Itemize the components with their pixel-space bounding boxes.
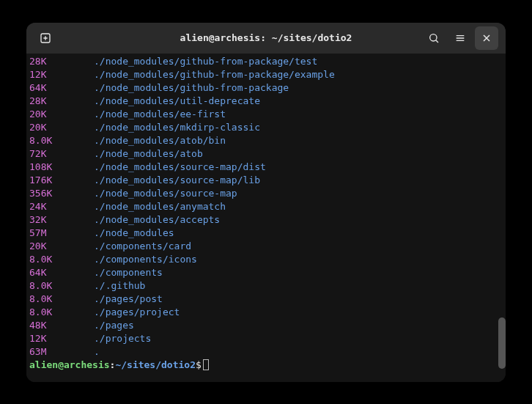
output-line: 8.0K./.github [29,279,503,293]
file-path: ./pages [94,320,134,331]
output-line: 20K./node_modules/mkdirp-classic [29,121,503,134]
file-size: 20K [29,121,94,134]
file-path: ./node_modules/mkdirp-classic [94,122,260,133]
prompt-dollar: $ [196,359,202,370]
output-line: 64K./node_modules/github-from-package [29,81,503,95]
scrollbar[interactable] [498,317,506,369]
output-line: 48K./pages [29,319,503,332]
file-size: 176K [29,174,94,187]
output-line: 356K./node_modules/source-map [29,187,503,200]
plus-square-icon [40,32,51,44]
file-path: . [94,346,100,357]
output-line: 28K./node_modules/github-from-package/te… [29,55,503,68]
file-path: ./components/icons [94,254,197,265]
terminal-body[interactable]: 28K./node_modules/github-from-package/te… [26,54,506,382]
file-path: ./.github [94,280,145,291]
output-line: 64K./components [29,266,503,279]
new-tab-button[interactable] [34,26,57,50]
search-icon [428,32,440,44]
terminal-output: 28K./node_modules/github-from-package/te… [29,55,503,359]
file-size: 48K [29,319,94,332]
file-size: 12K [29,68,94,81]
file-path: ./pages/post [94,293,163,304]
output-line: 8.0K./pages/project [29,306,503,319]
file-path: ./components [94,267,163,278]
file-size: 8.0K [29,279,94,293]
prompt-path: ~/sites/dotio2 [115,359,196,370]
output-line: 8.0K./components/icons [29,253,503,266]
output-line: 12K./projects [29,332,503,345]
search-button[interactable] [422,26,446,50]
file-path: ./node_modules/ee-first [94,109,226,120]
prompt-user: alien@archesis [29,359,110,370]
file-size: 8.0K [29,134,94,147]
output-line: 72K./node_modules/atob [29,147,503,161]
prompt-line: alien@archesis:~/sites/dotio2$ [29,359,503,372]
file-path: ./pages/project [94,306,180,317]
hamburger-icon [454,32,466,44]
file-path: ./components/card [94,240,191,251]
output-line: 8.0K./node_modules/atob/bin [29,134,503,147]
file-path: ./node_modules/source-map/dist [94,161,266,172]
close-icon [481,32,492,44]
file-path: ./node_modules/accepts [94,214,220,225]
file-size: 20K [29,108,94,121]
file-size: 28K [29,95,94,108]
file-path: ./node_modules/source-map [94,188,237,199]
output-line: 176K./node_modules/source-map/lib [29,174,503,187]
file-size: 108K [29,161,94,174]
menu-button[interactable] [448,26,472,50]
svg-point-3 [430,34,437,40]
file-size: 20K [29,240,94,253]
output-line: 8.0K./pages/post [29,293,503,306]
file-size: 63M [29,345,94,359]
file-path: ./node_modules/github-from-package [94,82,289,93]
file-path: ./node_modules/atob [94,148,203,159]
file-size: 72K [29,147,94,161]
file-path: ./node_modules/source-map/lib [94,175,260,186]
output-line: 24K./node_modules/anymatch [29,200,503,213]
cursor [203,359,209,370]
file-size: 356K [29,187,94,200]
output-line: 20K./components/card [29,240,503,253]
file-size: 64K [29,81,94,95]
terminal-window: alien@archesis: ~/sites/dotio2 28K./node… [26,23,506,382]
file-size: 24K [29,200,94,213]
file-size: 57M [29,227,94,240]
file-path: ./node_modules/atob/bin [94,135,226,146]
output-line: 20K./node_modules/ee-first [29,108,503,121]
file-path: ./node_modules/github-from-package/test [94,56,317,67]
file-size: 12K [29,332,94,345]
output-line: 57M./node_modules [29,227,503,240]
file-path: ./node_modules [94,227,174,238]
file-size: 64K [29,266,94,279]
file-size: 8.0K [29,293,94,306]
titlebar: alien@archesis: ~/sites/dotio2 [26,23,506,54]
file-path: ./node_modules/util-deprecate [94,95,260,106]
file-size: 28K [29,55,94,68]
file-path: ./node_modules/anymatch [94,201,226,212]
close-button[interactable] [475,26,498,50]
output-line: 63M. [29,345,503,359]
file-size: 8.0K [29,306,94,319]
file-path: ./projects [94,333,151,344]
output-line: 32K./node_modules/accepts [29,213,503,227]
output-line: 12K./node_modules/github-from-package/ex… [29,68,503,81]
file-size: 8.0K [29,253,94,266]
svg-line-4 [436,40,438,42]
output-line: 108K./node_modules/source-map/dist [29,161,503,174]
output-line: 28K./node_modules/util-deprecate [29,95,503,108]
file-size: 32K [29,213,94,227]
file-path: ./node_modules/github-from-package/examp… [94,69,335,80]
